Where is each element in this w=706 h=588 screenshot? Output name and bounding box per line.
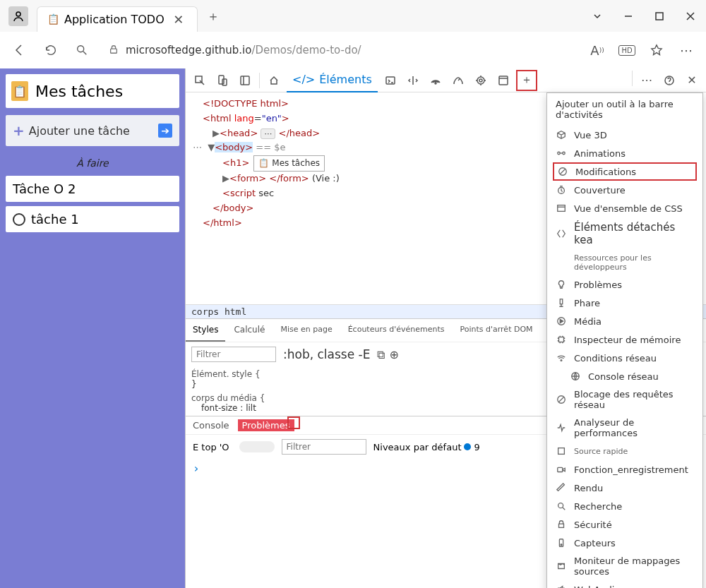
- tab-title: Application TODO: [64, 13, 164, 26]
- read-aloud-icon[interactable]: A)): [585, 37, 610, 63]
- dropdown-item[interactable]: Couverture: [547, 181, 702, 199]
- dropdown-item-label: WebAudio: [574, 584, 620, 589]
- dropdown-item[interactable]: Ressources pour les développeurs: [547, 250, 702, 275]
- add-rule-icon[interactable]: ⊕: [389, 348, 398, 361]
- anim-icon: [556, 148, 567, 159]
- svg-rect-24: [558, 467, 563, 472]
- task-item[interactable]: tâche 1: [6, 206, 179, 232]
- tab-listeners[interactable]: Écouteurs d'événements: [341, 319, 452, 342]
- copy-icon[interactable]: ⧉: [377, 348, 385, 361]
- styles-filter-input[interactable]: [191, 347, 276, 362]
- minimize-button[interactable]: [613, 2, 644, 30]
- welcome-icon[interactable]: [264, 71, 284, 90]
- close-devtools-button[interactable]: ✕: [682, 71, 702, 90]
- dropdown-item[interactable]: Animations: [547, 144, 702, 162]
- dropdown-item[interactable]: Blocage des requêtes réseau: [547, 385, 702, 414]
- log-levels[interactable]: Niveaux par défaut9: [373, 442, 480, 452]
- inspect-icon[interactable]: [190, 71, 210, 90]
- top-context[interactable]: E top 'O: [193, 442, 229, 452]
- search-button[interactable]: [69, 37, 95, 63]
- device-icon[interactable]: [213, 71, 232, 90]
- dropdown-item[interactable]: Modifications: [553, 162, 697, 181]
- app-header: 📋 Mes tâches: [6, 74, 179, 108]
- square-icon: [556, 445, 567, 457]
- hd-icon[interactable]: HD: [614, 37, 640, 63]
- task-item[interactable]: Tâche O 2: [6, 176, 179, 202]
- tab-styles[interactable]: Styles: [186, 319, 225, 342]
- dropdown-item-label: Phare: [574, 298, 600, 308]
- cam-icon: [556, 464, 567, 475]
- dropdown-item[interactable]: Inspecteur de mémoire: [547, 330, 702, 349]
- svg-point-14: [563, 152, 566, 155]
- clipboard-icon: 📋: [11, 81, 28, 101]
- url-field[interactable]: microsoftedge.github.io/Demos/demo-to-do…: [100, 38, 579, 62]
- dropdown-item[interactable]: Vue 3D: [547, 126, 702, 144]
- dropdown-item-label: Ressources pour les développeurs: [574, 253, 694, 272]
- submit-task-button[interactable]: ➔: [158, 124, 172, 138]
- menu-button[interactable]: ⋯: [674, 37, 699, 63]
- devtools-panel: </> Éléments ＋ ⋯ ✕ <!DOCTYPE html> <html…: [185, 68, 706, 588]
- help-icon[interactable]: [659, 71, 679, 90]
- clipboard-icon: 📋: [47, 13, 59, 25]
- dropdown-item[interactable]: WebAudio: [547, 580, 702, 588]
- task-checkbox[interactable]: [13, 213, 25, 226]
- chevron-down-icon[interactable]: [582, 2, 613, 30]
- detach-icon: [556, 228, 567, 239]
- back-button[interactable]: [7, 37, 32, 63]
- performance-icon[interactable]: [448, 71, 468, 90]
- maximize-button[interactable]: [644, 2, 675, 30]
- dropdown-item[interactable]: Console réseau: [547, 367, 702, 385]
- console-filter-input[interactable]: [282, 439, 366, 455]
- title-bar: 📋 Application TODO ✕ ＋: [0, 0, 706, 32]
- panel-icon[interactable]: [235, 71, 255, 90]
- dropdown-item[interactable]: Fonction_enregistrement: [547, 460, 702, 479]
- dropdown-item[interactable]: Analyseur de performances: [547, 414, 702, 442]
- dropdown-item[interactable]: Phare: [547, 294, 702, 312]
- dropdown-item-label: Rendu: [574, 483, 603, 493]
- tab-dom-bp[interactable]: Points d'arrêt DOM: [453, 319, 539, 342]
- elements-tab[interactable]: </> Éléments: [287, 68, 378, 92]
- add-tool-button[interactable]: ＋: [516, 70, 537, 91]
- dropdown-item[interactable]: Moniteur de mappages sources: [547, 552, 702, 580]
- dropdown-item[interactable]: Éléments détachés kea: [547, 217, 702, 250]
- css-icon: [556, 203, 567, 214]
- problems-tab[interactable]: Problèmes: [238, 419, 294, 431]
- dropdown-item-label: Animations: [574, 148, 626, 159]
- network-icon[interactable]: [426, 71, 445, 90]
- close-window-button[interactable]: [675, 2, 706, 30]
- refresh-button[interactable]: [38, 37, 64, 63]
- dropdown-item[interactable]: Capteurs: [547, 534, 702, 552]
- dropdown-item[interactable]: Vue d'ensemble de CSS: [547, 199, 702, 217]
- dropdown-item-label: Conditions réseau: [574, 353, 657, 364]
- window-controls: [582, 2, 706, 30]
- tab-layout[interactable]: Mise en page: [273, 319, 339, 342]
- circle-slash-icon: [557, 166, 568, 177]
- tab-computed[interactable]: Calculé: [227, 319, 272, 342]
- dropdown-item[interactable]: Recherche: [547, 497, 702, 515]
- svg-rect-7: [241, 76, 249, 85]
- memory-icon[interactable]: [471, 71, 491, 90]
- dropdown-item[interactable]: Rendu: [547, 479, 702, 497]
- console-tab[interactable]: Console: [193, 420, 229, 431]
- more-icon[interactable]: ⋯: [637, 71, 657, 90]
- console-icon[interactable]: [381, 71, 400, 90]
- tab-close-button[interactable]: ✕: [170, 11, 187, 28]
- browser-tab[interactable]: 📋 Application TODO ✕: [37, 6, 198, 32]
- new-tab-button[interactable]: ＋: [205, 8, 222, 25]
- svg-rect-18: [560, 299, 563, 304]
- lock-icon: [109, 44, 119, 57]
- dropdown-item-label: Vue d'ensemble de CSS: [574, 203, 683, 214]
- dropdown-item[interactable]: Sécurité: [547, 515, 702, 534]
- dropdown-item[interactable]: Conditions réseau: [547, 349, 702, 367]
- dropdown-item-label: Sécurité: [574, 520, 612, 530]
- add-task-input[interactable]: + Ajouter une tâche ➔: [6, 115, 179, 146]
- sources-icon[interactable]: [403, 71, 423, 90]
- dropdown-item[interactable]: Média: [547, 312, 702, 330]
- dropdown-item[interactable]: Source rapide: [547, 442, 702, 460]
- application-icon[interactable]: [493, 71, 513, 90]
- profile-avatar[interactable]: [8, 6, 28, 26]
- svg-rect-3: [111, 49, 117, 53]
- favorite-button[interactable]: [644, 37, 669, 63]
- dropdown-item[interactable]: Problèmes: [547, 275, 702, 294]
- code-icon: </>: [292, 73, 315, 86]
